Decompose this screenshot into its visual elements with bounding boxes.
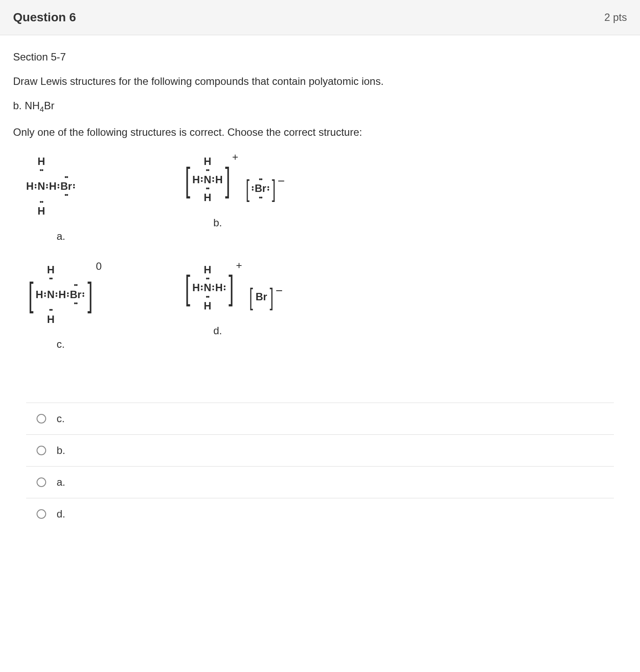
structure-c: [ H •• H•• H •• N •• H • xyxy=(26,264,183,351)
instruction-text: Only one of the following structures is … xyxy=(13,126,627,138)
compound-subscript: 4 xyxy=(40,105,44,114)
question-body: Section 5-7 Draw Lewis structures for th… xyxy=(0,35,640,538)
answer-option-d[interactable]: d. xyxy=(26,498,614,530)
minus-icon: − xyxy=(276,284,283,298)
compound-formula: b. NH4Br xyxy=(13,100,627,114)
question-header: Question 6 2 pts xyxy=(0,0,640,35)
answer-label: a. xyxy=(57,476,65,488)
compound-suffix: Br xyxy=(44,100,54,111)
minus-icon: − xyxy=(278,175,285,188)
plus-icon: + xyxy=(236,260,242,271)
answer-option-b[interactable]: b. xyxy=(26,434,614,466)
answer-label: d. xyxy=(57,508,65,520)
question-title: Question 6 xyxy=(13,10,76,24)
structure-c-label: c. xyxy=(57,338,65,350)
lewis-d: [ H •• H•• H •• N •• H • xyxy=(183,264,275,312)
answer-option-a[interactable]: a. xyxy=(26,466,614,498)
radio-icon[interactable] xyxy=(37,446,46,455)
radio-icon[interactable] xyxy=(37,414,46,423)
structure-d-label: d. xyxy=(213,325,222,337)
answer-options: c. b. a. d. xyxy=(26,403,614,530)
structure-d: [ H •• H•• H •• N •• H • xyxy=(183,264,340,351)
compound-prefix: b. NH xyxy=(13,100,40,111)
answer-label: c. xyxy=(57,413,65,425)
lewis-structures-grid: H •• H •• H •• N •• H •• •• Br xyxy=(26,156,627,350)
structure-a: H •• H •• H •• N •• H •• •• Br xyxy=(26,156,183,242)
structure-b: [ H •• H•• H •• N •• H xyxy=(183,156,340,242)
plus-icon: + xyxy=(232,151,238,163)
radio-icon[interactable] xyxy=(37,509,46,519)
zero-charge: 0 xyxy=(96,261,101,272)
lewis-c: [ H •• H•• H •• N •• H • xyxy=(26,264,95,326)
structure-a-label: a. xyxy=(57,230,65,242)
radio-icon[interactable] xyxy=(37,477,46,487)
section-label: Section 5-7 xyxy=(13,51,627,63)
lewis-b: [ H •• H•• H •• N •• H xyxy=(183,156,277,204)
answer-option-c[interactable]: c. xyxy=(26,403,614,434)
structure-b-label: b. xyxy=(213,217,222,229)
question-points: 2 pts xyxy=(604,11,627,24)
lewis-a: H •• H •• H •• N •• H •• •• Br xyxy=(26,156,76,217)
question-prompt: Draw Lewis structures for the following … xyxy=(13,75,627,87)
answer-label: b. xyxy=(57,444,65,457)
